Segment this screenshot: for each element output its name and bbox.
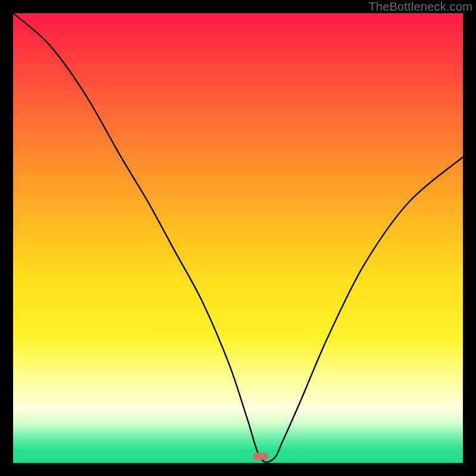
chart-plot-area xyxy=(13,13,463,463)
chart-curve xyxy=(13,13,463,463)
chart-frame xyxy=(13,13,463,463)
optimum-marker xyxy=(253,453,268,460)
watermark-text: TheBottleneck.com xyxy=(368,0,472,14)
